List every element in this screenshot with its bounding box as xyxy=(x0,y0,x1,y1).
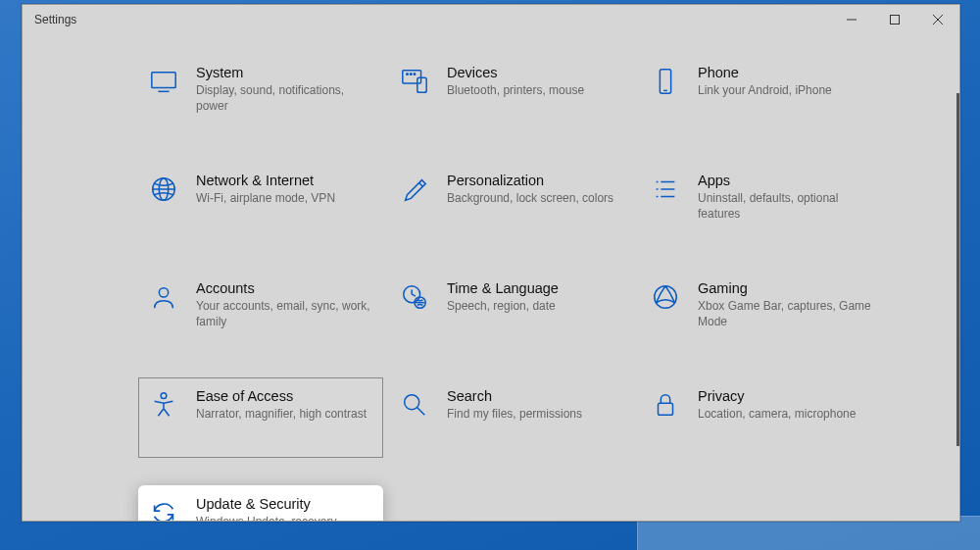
tile-desc: Windows Update, recovery, backup xyxy=(196,514,374,521)
network-icon xyxy=(149,175,178,204)
svg-line-32 xyxy=(158,409,164,417)
tile-text: Personalization Background, lock screen,… xyxy=(447,173,625,206)
tile-desc: Bluetooth, printers, mouse xyxy=(447,82,625,98)
minimize-icon xyxy=(847,15,857,25)
tile-text: System Display, sound, notifications, po… xyxy=(196,65,374,114)
tile-network[interactable]: Network & Internet Wi-Fi, airplane mode,… xyxy=(138,162,383,242)
window-title: Settings xyxy=(34,13,76,26)
tile-ease-of-access[interactable]: Ease of Access Narrator, magnifier, high… xyxy=(138,377,383,458)
close-icon xyxy=(933,15,943,25)
search-icon xyxy=(400,390,429,420)
update-icon xyxy=(149,498,178,521)
tile-title: Time & Language xyxy=(447,280,625,296)
tile-personalization[interactable]: Personalization Background, lock screen,… xyxy=(389,162,634,242)
system-icon xyxy=(149,67,178,96)
tile-phone[interactable]: Phone Link your Android, iPhone xyxy=(640,54,885,134)
phone-icon xyxy=(651,67,680,96)
tile-desc: Speech, region, date xyxy=(447,298,625,314)
svg-point-30 xyxy=(161,393,167,399)
tile-title: System xyxy=(196,65,374,80)
gaming-icon xyxy=(651,282,680,312)
tile-desc: Your accounts, email, sync, work, family xyxy=(196,298,374,329)
tile-accounts[interactable]: Accounts Your accounts, email, sync, wor… xyxy=(138,270,383,350)
tile-text: Phone Link your Android, iPhone xyxy=(698,65,876,98)
tile-desc: Find my files, permissions xyxy=(447,406,625,422)
maximize-icon xyxy=(890,15,900,25)
tile-title: Phone xyxy=(698,65,876,80)
svg-point-8 xyxy=(407,74,409,75)
svg-line-26 xyxy=(412,294,416,296)
tile-desc: Background, lock screen, colors xyxy=(447,190,625,206)
maximize-button[interactable] xyxy=(873,5,916,34)
titlebar[interactable]: Settings xyxy=(23,5,959,34)
tile-desc: Uninstall, defaults, optional features xyxy=(698,190,876,222)
tile-desc: Wi-Fi, airplane mode, VPN xyxy=(196,190,374,206)
tile-text: Gaming Xbox Game Bar, captures, Game Mod… xyxy=(698,280,876,329)
tile-title: Accounts xyxy=(196,280,374,296)
svg-line-16 xyxy=(419,182,423,186)
tile-update-security[interactable]: Update & Security Windows Update, recove… xyxy=(138,485,383,521)
close-button[interactable] xyxy=(916,5,959,34)
settings-grid: System Display, sound, notifications, po… xyxy=(138,54,920,521)
ease-of-access-icon xyxy=(149,390,178,420)
tile-system[interactable]: System Display, sound, notifications, po… xyxy=(138,54,383,134)
window-controls xyxy=(830,5,959,34)
svg-point-23 xyxy=(159,288,168,297)
tile-privacy[interactable]: Privacy Location, camera, microphone xyxy=(640,377,885,458)
tile-title: Privacy xyxy=(698,388,876,404)
accounts-icon xyxy=(149,282,178,312)
svg-rect-7 xyxy=(417,77,426,92)
tile-text: Update & Security Windows Update, recove… xyxy=(196,496,374,521)
personalization-icon xyxy=(400,175,429,204)
tile-desc: Narrator, magnifier, high contrast xyxy=(196,406,374,422)
time-icon xyxy=(400,282,429,312)
tile-title: Network & Internet xyxy=(196,173,374,188)
devices-icon xyxy=(400,67,429,96)
settings-window: Settings System Display, sound, notifica… xyxy=(22,4,960,522)
svg-rect-36 xyxy=(659,403,673,415)
tile-desc: Link your Android, iPhone xyxy=(698,82,876,98)
tile-desc: Display, sound, notifications, power xyxy=(196,82,374,114)
svg-rect-4 xyxy=(152,73,175,88)
scrollbar[interactable] xyxy=(956,93,959,446)
tile-text: Apps Uninstall, defaults, optional featu… xyxy=(698,173,876,222)
tile-title: Search xyxy=(447,388,625,404)
tile-desc: Location, camera, microphone xyxy=(698,406,876,422)
svg-point-9 xyxy=(411,74,413,75)
tile-title: Devices xyxy=(447,65,625,80)
svg-point-34 xyxy=(405,395,419,410)
tile-apps[interactable]: Apps Uninstall, defaults, optional featu… xyxy=(640,162,885,242)
tile-text: Network & Internet Wi-Fi, airplane mode,… xyxy=(196,173,374,206)
svg-rect-1 xyxy=(891,16,900,25)
tile-text: Privacy Location, camera, microphone xyxy=(698,388,876,422)
privacy-icon xyxy=(651,390,680,420)
svg-line-33 xyxy=(164,409,170,417)
minimize-button[interactable] xyxy=(830,5,873,34)
tile-desc: Xbox Game Bar, captures, Game Mode xyxy=(698,298,876,329)
tile-text: Time & Language Speech, region, date xyxy=(447,280,625,314)
apps-icon xyxy=(651,175,680,204)
tile-title: Ease of Access xyxy=(196,388,374,404)
tile-search[interactable]: Search Find my files, permissions xyxy=(389,377,634,458)
tile-title: Personalization xyxy=(447,173,625,188)
tile-gaming[interactable]: Gaming Xbox Game Bar, captures, Game Mod… xyxy=(640,270,885,350)
tile-title: Apps xyxy=(698,173,876,188)
tile-text: Devices Bluetooth, printers, mouse xyxy=(447,65,625,98)
svg-rect-11 xyxy=(660,70,670,93)
svg-point-10 xyxy=(414,74,416,75)
tile-time[interactable]: Time & Language Speech, region, date xyxy=(389,270,634,350)
tile-devices[interactable]: Devices Bluetooth, printers, mouse xyxy=(389,54,634,134)
svg-rect-6 xyxy=(403,71,421,83)
tile-text: Search Find my files, permissions xyxy=(447,388,625,422)
tile-title: Gaming xyxy=(698,280,876,296)
tile-text: Ease of Access Narrator, magnifier, high… xyxy=(196,388,374,422)
svg-point-29 xyxy=(655,286,677,309)
settings-content: System Display, sound, notifications, po… xyxy=(23,34,959,521)
tile-text: Accounts Your accounts, email, sync, wor… xyxy=(196,280,374,329)
svg-line-35 xyxy=(417,408,425,416)
tile-title: Update & Security xyxy=(196,496,374,512)
